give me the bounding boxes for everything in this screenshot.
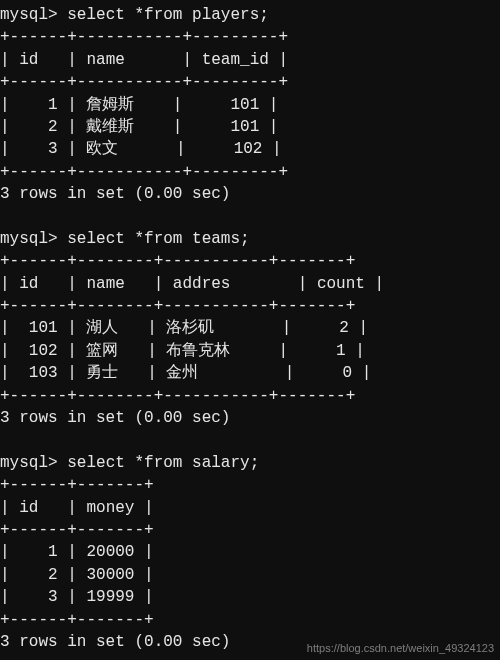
players-cell: 欧文 — [86, 140, 118, 158]
players-cell: 2 — [48, 118, 58, 136]
teams-header-name: name — [86, 275, 124, 293]
teams-cell: 湖人 — [86, 319, 118, 337]
players-cell: 101 — [230, 96, 259, 114]
salary-header-money: money — [86, 499, 134, 517]
salary-cell: 1 — [48, 543, 58, 561]
teams-cell: 102 — [29, 342, 58, 360]
teams-header-count: count — [317, 275, 365, 293]
query-salary: select *from salary; — [67, 454, 259, 472]
salary-header-id: id — [19, 499, 38, 517]
players-cell: 101 — [230, 118, 259, 136]
prompt: mysql> — [0, 6, 58, 24]
players-cell: 詹姆斯 — [86, 96, 134, 114]
salary-cell: 20000 — [86, 543, 134, 561]
teams-status: 3 rows in set (0.00 sec) — [0, 409, 230, 427]
teams-cell: 0 — [342, 364, 352, 382]
teams-cell: 布鲁克林 — [166, 342, 230, 360]
teams-header-id: id — [19, 275, 38, 293]
salary-cell: 30000 — [86, 566, 134, 584]
players-status: 3 rows in set (0.00 sec) — [0, 185, 230, 203]
teams-cell: 篮网 — [86, 342, 118, 360]
players-cell: 1 — [48, 96, 58, 114]
teams-cell: 洛杉矶 — [166, 319, 214, 337]
players-cell: 102 — [234, 140, 263, 158]
salary-cell: 2 — [48, 566, 58, 584]
teams-cell: 1 — [336, 342, 346, 360]
players-cell: 3 — [48, 140, 58, 158]
terminal-output: mysql> select *from players; +------+---… — [0, 0, 500, 653]
prompt: mysql> — [0, 454, 58, 472]
teams-cell: 101 — [29, 319, 58, 337]
salary-status: 3 rows in set (0.00 sec) — [0, 633, 230, 651]
teams-cell: 金州 — [166, 364, 198, 382]
salary-cell: 19999 — [86, 588, 134, 606]
teams-cell: 勇士 — [86, 364, 118, 382]
teams-cell: 103 — [29, 364, 58, 382]
query-players: select *from players; — [67, 6, 269, 24]
players-cell: 戴维斯 — [86, 118, 134, 136]
teams-header-addres: addres — [173, 275, 231, 293]
players-header-name: name — [86, 51, 124, 69]
players-header-teamid: team_id — [202, 51, 269, 69]
query-teams: select *from teams; — [67, 230, 249, 248]
players-header-id: id — [19, 51, 38, 69]
watermark: https://blog.csdn.net/weixin_49324123 — [307, 641, 494, 656]
prompt: mysql> — [0, 230, 58, 248]
salary-cell: 3 — [48, 588, 58, 606]
teams-cell: 2 — [339, 319, 349, 337]
